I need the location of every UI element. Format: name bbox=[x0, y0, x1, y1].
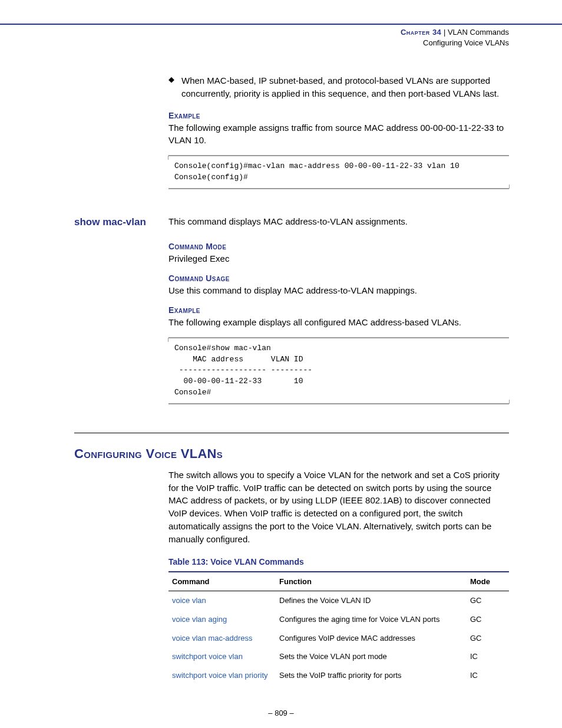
header-subtitle: Configuring Voice VLANs bbox=[401, 38, 509, 48]
header-rule bbox=[0, 24, 562, 25]
command-usage-text: Use this command to display MAC address-… bbox=[168, 284, 509, 297]
header-separator: | bbox=[441, 28, 448, 37]
cmd-link[interactable]: voice vlan aging bbox=[168, 610, 276, 629]
table-row: voice vlan Defines the Voice VLAN ID GC bbox=[168, 591, 509, 610]
example-text: The following example assigns traffic fr… bbox=[168, 121, 509, 147]
page: Chapter 34 | VLAN Commands Configuring V… bbox=[0, 0, 562, 728]
bullet-item: ◆ When MAC-based, IP subnet-based, and p… bbox=[168, 74, 509, 100]
section-body-block: The switch allows you to specify a Voice… bbox=[168, 469, 509, 684]
example-label: Example bbox=[168, 111, 509, 120]
chapter-label: Chapter 34 bbox=[401, 28, 441, 37]
running-header: Chapter 34 | VLAN Commands Configuring V… bbox=[401, 27, 509, 48]
command-name: show mac-vlan bbox=[74, 215, 168, 229]
cmd-mode: GC bbox=[467, 610, 509, 629]
th-mode: Mode bbox=[467, 572, 509, 591]
cmd-function: Configures VoIP device MAC addresses bbox=[276, 629, 467, 648]
content-area: ◆ When MAC-based, IP subnet-based, and p… bbox=[74, 74, 509, 684]
bullet-text: When MAC-based, IP subnet-based, and pro… bbox=[181, 74, 509, 100]
section-heading: Configuring Voice VLANs bbox=[74, 446, 509, 462]
th-function: Function bbox=[276, 572, 467, 591]
cmd-mode: GC bbox=[467, 591, 509, 610]
table-row: switchport voice vlan priority Sets the … bbox=[168, 666, 509, 685]
table-row: voice vlan aging Configures the aging ti… bbox=[168, 610, 509, 629]
cmd-link[interactable]: switchport voice vlan priority bbox=[168, 666, 276, 685]
command-usage-label: Command Usage bbox=[168, 274, 509, 283]
cmd-link[interactable]: voice vlan mac-address bbox=[168, 629, 276, 648]
diamond-bullet-icon: ◆ bbox=[168, 74, 181, 100]
table-header-row: Command Function Mode bbox=[168, 572, 509, 591]
section-rule bbox=[74, 433, 509, 433]
cmd-link[interactable]: voice vlan bbox=[168, 591, 276, 610]
cmd-function: Configures the aging time for Voice VLAN… bbox=[276, 610, 467, 629]
cmd-function: Sets the VoIP traffic priority for ports bbox=[276, 666, 467, 685]
example-label: Example bbox=[168, 305, 509, 315]
command-mode-text: Privileged Exec bbox=[168, 252, 509, 265]
table-row: voice vlan mac-address Configures VoIP d… bbox=[168, 629, 509, 648]
cmd-function: Sets the Voice VLAN port mode bbox=[276, 647, 467, 666]
cmd-link[interactable]: switchport voice vlan bbox=[168, 647, 276, 666]
command-description: This command displays MAC address-to-VLA… bbox=[168, 215, 509, 228]
th-command: Command bbox=[168, 572, 276, 591]
example-text: The following example displays all confi… bbox=[168, 316, 509, 329]
command-mode-label: Command Mode bbox=[168, 242, 509, 251]
cmd-mode: IC bbox=[467, 647, 509, 666]
cmd-mode: IC bbox=[467, 666, 509, 685]
page-footer: – 809 – bbox=[0, 709, 562, 717]
table-row: switchport voice vlan Sets the Voice VLA… bbox=[168, 647, 509, 666]
cmd-function: Defines the Voice VLAN ID bbox=[276, 591, 467, 610]
section-body: The switch allows you to specify a Voice… bbox=[168, 469, 509, 546]
table-caption: Table 113: Voice VLAN Commands bbox=[168, 557, 509, 566]
page-number: – 809 – bbox=[268, 709, 293, 717]
cmd-mode: GC bbox=[467, 629, 509, 648]
command-details: Command Mode Privileged Exec Command Usa… bbox=[168, 242, 509, 404]
code-block: Console(config)#mac-vlan mac-address 00-… bbox=[168, 155, 509, 189]
header-title: VLAN Commands bbox=[448, 28, 509, 37]
commands-table: Command Function Mode voice vlan Defines… bbox=[168, 571, 509, 684]
command-entry: show mac-vlan This command displays MAC … bbox=[74, 215, 509, 229]
intro-block: ◆ When MAC-based, IP subnet-based, and p… bbox=[168, 74, 509, 189]
code-block: Console#show mac-vlan MAC address VLAN I… bbox=[168, 337, 509, 404]
